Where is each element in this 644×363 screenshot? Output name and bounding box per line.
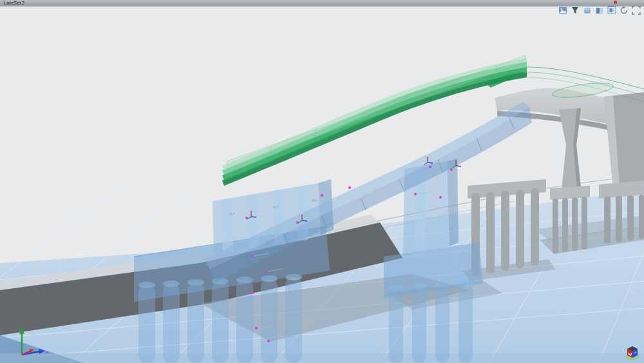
filter-icon[interactable] xyxy=(571,6,580,15)
fullscreen-icon[interactable] xyxy=(632,6,641,15)
bridge-model: 41.9 42.3 43.2 xyxy=(0,0,644,363)
application-viewport: { "window": { "title": "LaneSet 2" }, "t… xyxy=(0,0,644,363)
global-axis-gizmo: x xyxy=(8,321,53,360)
gizmo-x-label: x xyxy=(46,350,48,354)
view-toolbar xyxy=(558,6,641,15)
refresh-icon[interactable] xyxy=(620,6,629,15)
wireframe-view-icon[interactable] xyxy=(607,6,616,15)
solid-view-icon[interactable] xyxy=(583,6,592,15)
window-title: LaneSet 2 xyxy=(0,0,644,6)
red-pin-icon[interactable] xyxy=(614,1,617,4)
pier-tapered[interactable] xyxy=(550,108,590,253)
shaded-view-icon[interactable] xyxy=(595,6,604,15)
brand-cube-logo[interactable] xyxy=(623,343,641,361)
title-bar: LaneSet 2 xyxy=(0,0,644,6)
image-icon[interactable] xyxy=(558,6,567,15)
